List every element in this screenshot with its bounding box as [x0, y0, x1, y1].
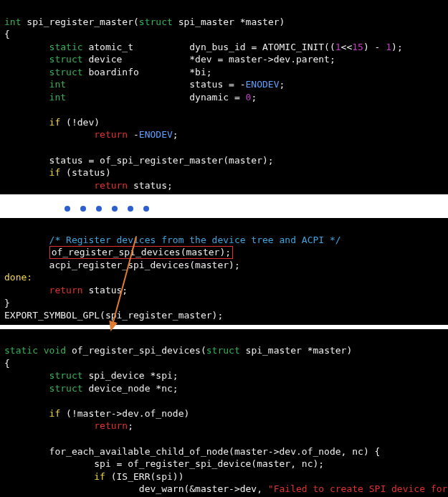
cond: (IS_ERR(spi))	[105, 471, 184, 482]
str: "Failed to create SPI device for	[268, 483, 448, 494]
fn-decl: spi_register_master(	[21, 16, 138, 27]
kw-return: return	[4, 420, 128, 431]
op: -	[128, 129, 139, 140]
enodev: ENODEV	[246, 79, 280, 90]
kw-struct: struct	[206, 345, 240, 356]
semi: );	[391, 42, 403, 52]
cond: (!master->dev.of_node)	[60, 408, 189, 419]
stmt: acpi_register_spi_devices(master);	[4, 260, 240, 270]
label-done: done:	[4, 272, 32, 283]
expr: status;	[128, 180, 173, 191]
kw-struct: struct	[4, 370, 83, 381]
kw-if: if	[4, 117, 60, 128]
brace-open: {	[4, 358, 10, 369]
kw-if: if	[4, 471, 105, 482]
dot-icon	[80, 206, 86, 212]
num: 1	[386, 42, 391, 52]
kw-struct: struct	[4, 67, 83, 77]
kw-int: int	[4, 92, 66, 103]
kw-static-void: static void	[4, 345, 66, 356]
call: dev_warn(&master->dev,	[4, 483, 268, 494]
ellipsis-dots	[0, 199, 448, 218]
kw-static: static	[4, 42, 83, 52]
dot-icon	[112, 206, 118, 212]
stmt: spi = of_register_spi_device(master, nc)…	[4, 458, 324, 469]
decl: status = -	[66, 79, 245, 90]
cond: (!dev)	[60, 117, 100, 128]
num: 1	[335, 42, 341, 52]
kw-int: int	[4, 79, 66, 90]
op: ) -	[363, 42, 386, 52]
code-block-2: /* Register devices from the device tree…	[0, 218, 448, 324]
highlighted-call: of_register_spi_devices(master);	[49, 246, 233, 259]
fn-decl: of_register_spi_devices(	[66, 345, 206, 356]
pad	[4, 247, 49, 257]
code-block-3: static void of_register_spi_devices(stru…	[0, 329, 448, 497]
stmt: status = of_spi_register_master(master);	[4, 155, 274, 166]
kw-struct: struct	[4, 54, 83, 65]
expr: status;	[83, 285, 128, 295]
semi: ;	[280, 79, 285, 90]
kw-struct: struct	[139, 16, 173, 27]
decl: device *dev = master->dev.parent;	[83, 54, 335, 65]
kw-return: return	[4, 180, 128, 191]
num: 15	[352, 42, 363, 52]
for-loop: for_each_available_child_of_node(master-…	[4, 446, 380, 457]
dot-icon	[65, 206, 70, 212]
decl: dynamic =	[66, 92, 245, 103]
export: EXPORT_SYMBOL_GPL(spi_register_master);	[4, 310, 223, 321]
decl: boardinfo *bi;	[83, 67, 212, 77]
comment: /* Register devices from the device tree…	[4, 235, 341, 245]
decl: device_node *nc;	[83, 383, 178, 394]
kw-return: return	[4, 285, 83, 295]
semi: ;	[251, 92, 257, 103]
brace-open: {	[4, 29, 10, 39]
semi: ;	[128, 420, 133, 431]
param: spi_master *master)	[240, 345, 353, 356]
kw-return: return	[4, 129, 128, 140]
cond: (status)	[60, 167, 110, 178]
semi: ;	[173, 129, 178, 140]
enodev: ENODEV	[139, 129, 173, 140]
decl: atomic_t dyn_bus_id = ATOMIC_INIT((	[83, 42, 335, 52]
param: spi_master *master)	[173, 16, 285, 27]
kw-int: int	[4, 16, 21, 27]
code-block-1: int spi_register_master(struct spi_maste…	[0, 0, 448, 194]
op: <<	[341, 42, 353, 52]
kw-struct: struct	[4, 383, 83, 394]
dot-icon	[143, 206, 149, 212]
decl: spi_device *spi;	[83, 370, 178, 381]
brace-close: }	[4, 298, 10, 308]
kw-if: if	[4, 167, 60, 178]
dot-icon	[128, 206, 133, 212]
dot-icon	[96, 206, 102, 212]
kw-if: if	[4, 408, 60, 419]
page-wrapper: int spi_register_master(struct spi_maste…	[0, 0, 448, 497]
